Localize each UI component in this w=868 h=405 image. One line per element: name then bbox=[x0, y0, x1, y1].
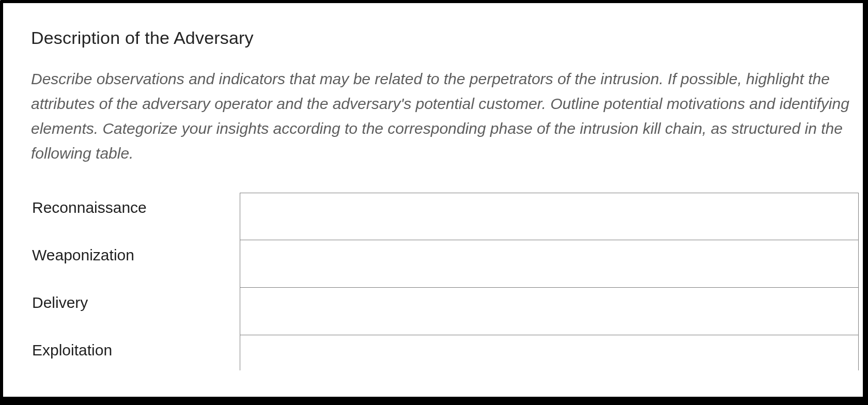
row-label-delivery: Delivery bbox=[31, 288, 240, 335]
table-row: Exploitation bbox=[31, 335, 859, 370]
row-label-reconnaissance: Reconnaissance bbox=[31, 193, 240, 240]
row-label-weaponization: Weaponization bbox=[31, 240, 240, 288]
row-cell-reconnaissance[interactable] bbox=[240, 193, 859, 240]
section-title: Description of the Adversary bbox=[31, 28, 859, 48]
table-row: Weaponization bbox=[31, 240, 859, 288]
row-label-exploitation: Exploitation bbox=[31, 335, 240, 370]
section-description: Describe observations and indicators tha… bbox=[31, 67, 859, 166]
row-cell-weaponization[interactable] bbox=[240, 240, 859, 288]
content-area: Description of the Adversary Describe ob… bbox=[31, 28, 859, 402]
row-cell-exploitation[interactable] bbox=[240, 335, 859, 370]
table-row: Reconnaissance bbox=[31, 193, 859, 240]
row-cell-delivery[interactable] bbox=[240, 288, 859, 335]
page-border: Description of the Adversary Describe ob… bbox=[0, 0, 868, 405]
table-row: Delivery bbox=[31, 288, 859, 335]
kill-chain-table: Reconnaissance Weaponization Delivery Ex… bbox=[31, 193, 859, 370]
